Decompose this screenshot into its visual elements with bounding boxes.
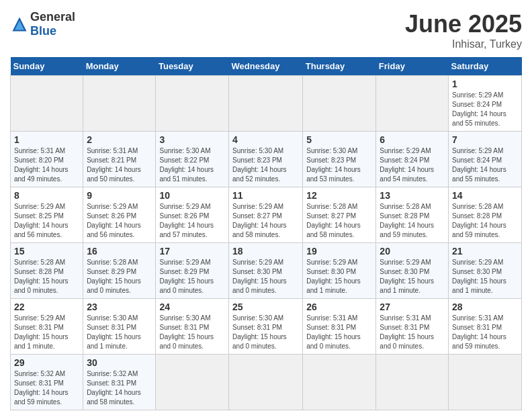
calendar-cell: 19Sunrise: 5:29 AM Sunset: 8:30 PM Dayli… (303, 243, 376, 299)
calendar-cell (229, 76, 303, 132)
day-info: Sunrise: 5:29 AM Sunset: 8:27 PM Dayligh… (232, 202, 299, 240)
day-info: Sunrise: 5:29 AM Sunset: 8:24 PM Dayligh… (380, 146, 445, 184)
day-number: 9 (87, 190, 152, 201)
calendar-cell (303, 355, 376, 410)
day-number: 1 (452, 79, 518, 89)
calendar-table: SundayMondayTuesdayWednesdayThursdayFrid… (10, 57, 522, 410)
day-info: Sunrise: 5:30 AM Sunset: 8:23 PM Dayligh… (232, 146, 299, 184)
day-number: 15 (14, 246, 79, 257)
calendar-cell: 3Sunrise: 5:30 AM Sunset: 8:22 PM Daylig… (156, 132, 229, 187)
calendar-cell: 4Sunrise: 5:30 AM Sunset: 8:23 PM Daylig… (229, 132, 303, 187)
day-info: Sunrise: 5:29 AM Sunset: 8:31 PM Dayligh… (14, 314, 79, 351)
calendar-cell: 11Sunrise: 5:29 AM Sunset: 8:27 PM Dayli… (229, 187, 303, 243)
day-number: 12 (306, 190, 372, 201)
calendar-cell: 24Sunrise: 5:30 AM Sunset: 8:31 PM Dayli… (156, 299, 229, 355)
day-number: 11 (232, 190, 299, 201)
page-header: General Blue June 2025 Inhisar, Turkey (10, 10, 522, 50)
day-number: 21 (452, 246, 518, 257)
day-info: Sunrise: 5:29 AM Sunset: 8:26 PM Dayligh… (159, 202, 225, 240)
calendar-cell: 15Sunrise: 5:28 AM Sunset: 8:28 PM Dayli… (11, 243, 83, 299)
calendar-cell: 9Sunrise: 5:29 AM Sunset: 8:26 PM Daylig… (83, 187, 156, 243)
day-number: 18 (232, 246, 299, 257)
day-number: 29 (14, 357, 79, 368)
day-info: Sunrise: 5:29 AM Sunset: 8:30 PM Dayligh… (232, 258, 299, 295)
day-info: Sunrise: 5:30 AM Sunset: 8:23 PM Dayligh… (306, 146, 372, 184)
day-info: Sunrise: 5:31 AM Sunset: 8:21 PM Dayligh… (87, 146, 152, 184)
calendar-cell (303, 76, 376, 132)
day-number: 22 (14, 302, 79, 312)
calendar-cell: 14Sunrise: 5:28 AM Sunset: 8:28 PM Dayli… (449, 187, 522, 243)
day-info: Sunrise: 5:30 AM Sunset: 8:31 PM Dayligh… (232, 314, 299, 351)
day-of-week-header: Wednesday (229, 57, 303, 76)
day-number: 30 (87, 357, 152, 368)
day-info: Sunrise: 5:31 AM Sunset: 8:31 PM Dayligh… (452, 314, 518, 351)
day-number: 24 (159, 302, 225, 312)
day-number: 16 (87, 246, 152, 257)
day-info: Sunrise: 5:30 AM Sunset: 8:22 PM Dayligh… (159, 146, 225, 184)
calendar-cell: 21Sunrise: 5:29 AM Sunset: 8:30 PM Dayli… (449, 243, 522, 299)
calendar-week-row: 22Sunrise: 5:29 AM Sunset: 8:31 PM Dayli… (11, 299, 522, 355)
day-number: 25 (232, 302, 299, 312)
day-info: Sunrise: 5:29 AM Sunset: 8:30 PM Dayligh… (380, 258, 445, 295)
day-info: Sunrise: 5:31 AM Sunset: 8:31 PM Dayligh… (306, 314, 372, 351)
day-number: 7 (452, 134, 518, 145)
day-number: 19 (306, 246, 372, 257)
calendar-cell: 28Sunrise: 5:31 AM Sunset: 8:31 PM Dayli… (449, 299, 522, 355)
calendar-cell (83, 76, 156, 132)
calendar-cell: 22Sunrise: 5:29 AM Sunset: 8:31 PM Dayli… (11, 299, 83, 355)
calendar-cell: 2Sunrise: 5:31 AM Sunset: 8:21 PM Daylig… (83, 132, 156, 187)
calendar-cell (376, 355, 449, 410)
day-info: Sunrise: 5:29 AM Sunset: 8:24 PM Dayligh… (452, 146, 518, 184)
day-number: 1 (14, 134, 79, 145)
calendar-cell: 20Sunrise: 5:29 AM Sunset: 8:30 PM Dayli… (376, 243, 449, 299)
day-number: 23 (87, 302, 152, 312)
day-info: Sunrise: 5:28 AM Sunset: 8:29 PM Dayligh… (87, 258, 152, 295)
day-of-week-header: Friday (376, 57, 449, 76)
day-info: Sunrise: 5:31 AM Sunset: 8:20 PM Dayligh… (14, 146, 79, 184)
day-of-week-header: Thursday (303, 57, 376, 76)
day-number: 5 (306, 134, 372, 145)
day-number: 3 (159, 134, 225, 145)
calendar-header-row: SundayMondayTuesdayWednesdayThursdayFrid… (11, 57, 522, 76)
title-block: June 2025 Inhisar, Turkey (405, 10, 522, 50)
calendar-cell: 1Sunrise: 5:29 AM Sunset: 8:24 PM Daylig… (449, 76, 522, 132)
location-title: Inhisar, Turkey (405, 38, 522, 50)
day-info: Sunrise: 5:31 AM Sunset: 8:31 PM Dayligh… (380, 314, 445, 351)
calendar-week-row: 8Sunrise: 5:29 AM Sunset: 8:25 PM Daylig… (11, 187, 522, 243)
day-number: 26 (306, 302, 372, 312)
day-of-week-header: Monday (83, 57, 156, 76)
calendar-cell (376, 76, 449, 132)
day-info: Sunrise: 5:32 AM Sunset: 8:31 PM Dayligh… (87, 369, 152, 407)
calendar-week-row: 1Sunrise: 5:29 AM Sunset: 8:24 PM Daylig… (11, 76, 522, 132)
day-info: Sunrise: 5:29 AM Sunset: 8:26 PM Dayligh… (87, 202, 152, 240)
calendar-cell: 8Sunrise: 5:29 AM Sunset: 8:25 PM Daylig… (11, 187, 83, 243)
calendar-cell (11, 76, 83, 132)
calendar-week-row: 29Sunrise: 5:32 AM Sunset: 8:31 PM Dayli… (11, 355, 522, 410)
logo-text-general: General (30, 10, 75, 24)
logo-text-blue: Blue (30, 24, 56, 38)
calendar-cell: 25Sunrise: 5:30 AM Sunset: 8:31 PM Dayli… (229, 299, 303, 355)
calendar-week-row: 1Sunrise: 5:31 AM Sunset: 8:20 PM Daylig… (11, 132, 522, 187)
calendar-cell: 30Sunrise: 5:32 AM Sunset: 8:31 PM Dayli… (83, 355, 156, 410)
logo-icon (10, 15, 29, 34)
calendar-cell: 5Sunrise: 5:30 AM Sunset: 8:23 PM Daylig… (303, 132, 376, 187)
calendar-cell: 16Sunrise: 5:28 AM Sunset: 8:29 PM Dayli… (83, 243, 156, 299)
calendar-cell: 10Sunrise: 5:29 AM Sunset: 8:26 PM Dayli… (156, 187, 229, 243)
day-info: Sunrise: 5:29 AM Sunset: 8:30 PM Dayligh… (306, 258, 372, 295)
calendar-cell (156, 76, 229, 132)
day-number: 6 (380, 134, 445, 145)
calendar-cell: 27Sunrise: 5:31 AM Sunset: 8:31 PM Dayli… (376, 299, 449, 355)
calendar-cell: 7Sunrise: 5:29 AM Sunset: 8:24 PM Daylig… (449, 132, 522, 187)
calendar-cell: 23Sunrise: 5:30 AM Sunset: 8:31 PM Dayli… (83, 299, 156, 355)
day-info: Sunrise: 5:32 AM Sunset: 8:31 PM Dayligh… (14, 369, 79, 407)
day-number: 20 (380, 246, 445, 257)
calendar-cell: 17Sunrise: 5:29 AM Sunset: 8:29 PM Dayli… (156, 243, 229, 299)
day-number: 17 (159, 246, 225, 257)
day-number: 13 (380, 190, 445, 201)
day-number: 2 (87, 134, 152, 145)
calendar-cell: 1Sunrise: 5:31 AM Sunset: 8:20 PM Daylig… (11, 132, 83, 187)
day-info: Sunrise: 5:28 AM Sunset: 8:28 PM Dayligh… (380, 202, 445, 240)
calendar-cell: 12Sunrise: 5:28 AM Sunset: 8:27 PM Dayli… (303, 187, 376, 243)
calendar-cell: 18Sunrise: 5:29 AM Sunset: 8:30 PM Dayli… (229, 243, 303, 299)
calendar-cell (449, 355, 522, 410)
